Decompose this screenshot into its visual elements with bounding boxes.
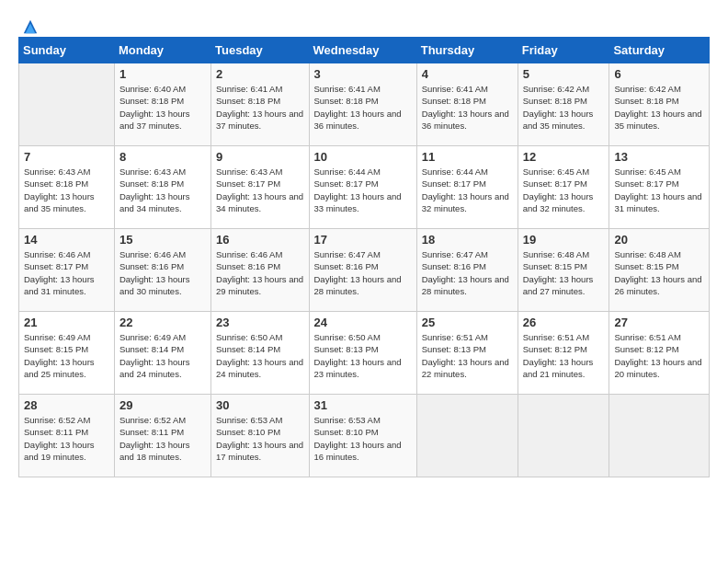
day-number: 6 xyxy=(614,67,704,81)
calendar-week-0: 1Sunrise: 6:40 AMSunset: 8:18 PMDaylight… xyxy=(19,63,710,146)
calendar-cell-w4d1: 29Sunrise: 6:52 AMSunset: 8:11 PMDayligh… xyxy=(114,395,210,477)
day-number: 1 xyxy=(119,67,206,81)
calendar-cell-w1d0: 7Sunrise: 6:43 AMSunset: 8:18 PMDaylight… xyxy=(19,146,115,229)
calendar-cell-w2d2: 16Sunrise: 6:46 AMSunset: 8:16 PMDayligh… xyxy=(211,229,309,312)
calendar-cell-w4d5 xyxy=(518,395,609,477)
day-info: Sunrise: 6:45 AMSunset: 8:17 PMDaylight:… xyxy=(614,166,704,214)
logo xyxy=(18,18,39,28)
day-info: Sunrise: 6:53 AMSunset: 8:10 PMDaylight:… xyxy=(314,414,412,463)
day-info: Sunrise: 6:48 AMSunset: 8:15 PMDaylight:… xyxy=(523,248,605,297)
calendar-cell-w4d4 xyxy=(416,395,518,477)
day-number: 4 xyxy=(422,67,513,81)
day-info: Sunrise: 6:48 AMSunset: 8:15 PMDaylight:… xyxy=(614,248,704,297)
header-monday: Monday xyxy=(114,38,210,63)
day-info: Sunrise: 6:44 AMSunset: 8:17 PMDaylight:… xyxy=(422,166,513,214)
day-info: Sunrise: 6:53 AMSunset: 8:10 PMDaylight:… xyxy=(216,414,303,463)
day-number: 15 xyxy=(119,233,206,247)
calendar-body: 1Sunrise: 6:40 AMSunset: 8:18 PMDaylight… xyxy=(19,63,710,477)
calendar-cell-w2d0: 14Sunrise: 6:46 AMSunset: 8:17 PMDayligh… xyxy=(19,229,115,312)
day-number: 8 xyxy=(119,150,206,164)
day-info: Sunrise: 6:51 AMSunset: 8:13 PMDaylight:… xyxy=(422,331,513,380)
calendar-header: SundayMondayTuesdayWednesdayThursdayFrid… xyxy=(19,38,710,63)
day-number: 10 xyxy=(314,150,412,164)
calendar-week-3: 21Sunrise: 6:49 AMSunset: 8:15 PMDayligh… xyxy=(19,312,710,395)
header-sunday: Sunday xyxy=(19,38,115,63)
calendar-cell-w0d3: 3Sunrise: 6:41 AMSunset: 8:18 PMDaylight… xyxy=(309,63,416,146)
day-number: 24 xyxy=(314,316,412,329)
day-number: 13 xyxy=(614,150,704,164)
day-number: 18 xyxy=(422,233,513,247)
logo-icon xyxy=(22,18,39,35)
day-number: 31 xyxy=(314,398,412,412)
calendar-cell-w4d2: 30Sunrise: 6:53 AMSunset: 8:10 PMDayligh… xyxy=(211,395,309,477)
header-wednesday: Wednesday xyxy=(309,38,416,63)
day-info: Sunrise: 6:40 AMSunset: 8:18 PMDaylight:… xyxy=(119,83,206,132)
day-info: Sunrise: 6:44 AMSunset: 8:17 PMDaylight:… xyxy=(314,166,412,214)
day-number: 25 xyxy=(422,316,513,329)
day-info: Sunrise: 6:47 AMSunset: 8:16 PMDaylight:… xyxy=(422,248,513,297)
calendar-cell-w0d2: 2Sunrise: 6:41 AMSunset: 8:18 PMDaylight… xyxy=(211,63,309,146)
header-thursday: Thursday xyxy=(416,38,518,63)
calendar-cell-w4d3: 31Sunrise: 6:53 AMSunset: 8:10 PMDayligh… xyxy=(309,395,416,477)
calendar-table: SundayMondayTuesdayWednesdayThursdayFrid… xyxy=(18,37,710,477)
calendar-cell-w1d1: 8Sunrise: 6:43 AMSunset: 8:18 PMDaylight… xyxy=(114,146,210,229)
calendar-cell-w1d5: 12Sunrise: 6:45 AMSunset: 8:17 PMDayligh… xyxy=(518,146,609,229)
day-number: 17 xyxy=(314,233,412,247)
calendar-cell-w2d4: 18Sunrise: 6:47 AMSunset: 8:16 PMDayligh… xyxy=(416,229,518,312)
day-number: 26 xyxy=(523,316,605,329)
day-info: Sunrise: 6:47 AMSunset: 8:16 PMDaylight:… xyxy=(314,248,412,297)
day-info: Sunrise: 6:52 AMSunset: 8:11 PMDaylight:… xyxy=(119,414,206,463)
day-number: 11 xyxy=(422,150,513,164)
calendar-cell-w4d6 xyxy=(609,395,710,477)
calendar-week-4: 28Sunrise: 6:52 AMSunset: 8:11 PMDayligh… xyxy=(19,395,710,477)
day-info: Sunrise: 6:46 AMSunset: 8:16 PMDaylight:… xyxy=(119,248,206,297)
day-info: Sunrise: 6:50 AMSunset: 8:13 PMDaylight:… xyxy=(314,331,412,380)
calendar-cell-w1d4: 11Sunrise: 6:44 AMSunset: 8:17 PMDayligh… xyxy=(416,146,518,229)
day-number: 7 xyxy=(24,150,109,164)
day-number: 22 xyxy=(119,316,206,329)
calendar-cell-w0d6: 6Sunrise: 6:42 AMSunset: 8:18 PMDaylight… xyxy=(609,63,710,146)
day-info: Sunrise: 6:43 AMSunset: 8:18 PMDaylight:… xyxy=(24,166,109,214)
day-number: 28 xyxy=(24,398,109,412)
day-info: Sunrise: 6:51 AMSunset: 8:12 PMDaylight:… xyxy=(614,331,704,380)
day-info: Sunrise: 6:42 AMSunset: 8:18 PMDaylight:… xyxy=(614,83,704,132)
day-info: Sunrise: 6:43 AMSunset: 8:17 PMDaylight:… xyxy=(216,166,303,214)
calendar-cell-w1d6: 13Sunrise: 6:45 AMSunset: 8:17 PMDayligh… xyxy=(609,146,710,229)
day-number: 2 xyxy=(216,67,303,81)
day-number: 14 xyxy=(24,233,109,247)
header-tuesday: Tuesday xyxy=(211,38,309,63)
day-number: 12 xyxy=(523,150,605,164)
day-number: 27 xyxy=(614,316,704,329)
day-number: 9 xyxy=(216,150,303,164)
calendar-cell-w2d6: 20Sunrise: 6:48 AMSunset: 8:15 PMDayligh… xyxy=(609,229,710,312)
day-number: 3 xyxy=(314,67,412,81)
calendar-cell-w4d0: 28Sunrise: 6:52 AMSunset: 8:11 PMDayligh… xyxy=(19,395,115,477)
day-number: 16 xyxy=(216,233,303,247)
calendar-cell-w0d4: 4Sunrise: 6:41 AMSunset: 8:18 PMDaylight… xyxy=(416,63,518,146)
day-number: 30 xyxy=(216,398,303,412)
day-info: Sunrise: 6:45 AMSunset: 8:17 PMDaylight:… xyxy=(523,166,605,214)
calendar-cell-w0d1: 1Sunrise: 6:40 AMSunset: 8:18 PMDaylight… xyxy=(114,63,210,146)
day-number: 21 xyxy=(24,316,109,329)
day-number: 19 xyxy=(523,233,605,247)
day-info: Sunrise: 6:42 AMSunset: 8:18 PMDaylight:… xyxy=(523,83,605,132)
day-info: Sunrise: 6:51 AMSunset: 8:12 PMDaylight:… xyxy=(523,331,605,380)
calendar-cell-w2d5: 19Sunrise: 6:48 AMSunset: 8:15 PMDayligh… xyxy=(518,229,609,312)
calendar-cell-w2d3: 17Sunrise: 6:47 AMSunset: 8:16 PMDayligh… xyxy=(309,229,416,312)
header-row: SundayMondayTuesdayWednesdayThursdayFrid… xyxy=(19,38,710,63)
day-info: Sunrise: 6:41 AMSunset: 8:18 PMDaylight:… xyxy=(216,83,303,132)
day-number: 23 xyxy=(216,316,303,329)
calendar-cell-w3d0: 21Sunrise: 6:49 AMSunset: 8:15 PMDayligh… xyxy=(19,312,115,395)
day-info: Sunrise: 6:41 AMSunset: 8:18 PMDaylight:… xyxy=(422,83,513,132)
day-info: Sunrise: 6:52 AMSunset: 8:11 PMDaylight:… xyxy=(24,414,109,463)
day-info: Sunrise: 6:41 AMSunset: 8:18 PMDaylight:… xyxy=(314,83,412,132)
calendar-cell-w3d1: 22Sunrise: 6:49 AMSunset: 8:14 PMDayligh… xyxy=(114,312,210,395)
day-info: Sunrise: 6:46 AMSunset: 8:16 PMDaylight:… xyxy=(216,248,303,297)
day-number: 29 xyxy=(119,398,206,412)
calendar-cell-w2d1: 15Sunrise: 6:46 AMSunset: 8:16 PMDayligh… xyxy=(114,229,210,312)
page-header xyxy=(18,18,710,28)
calendar-cell-w1d3: 10Sunrise: 6:44 AMSunset: 8:17 PMDayligh… xyxy=(309,146,416,229)
day-info: Sunrise: 6:46 AMSunset: 8:17 PMDaylight:… xyxy=(24,248,109,297)
calendar-cell-w0d5: 5Sunrise: 6:42 AMSunset: 8:18 PMDaylight… xyxy=(518,63,609,146)
calendar-cell-w3d6: 27Sunrise: 6:51 AMSunset: 8:12 PMDayligh… xyxy=(609,312,710,395)
